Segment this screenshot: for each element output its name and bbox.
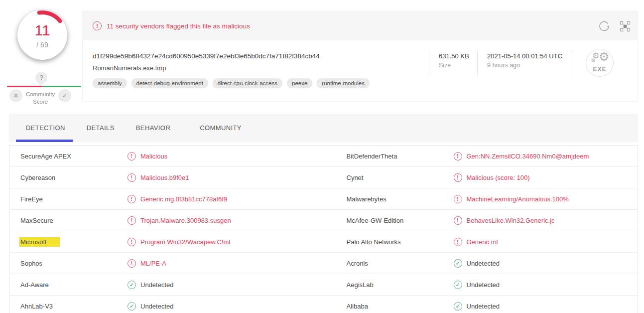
vendor-name: Alibaba bbox=[347, 303, 454, 310]
file-name: RomanNumerals.exe.tmp bbox=[93, 64, 166, 72]
alert-icon: ! bbox=[454, 152, 462, 160]
vendor-name: Malwarebytes bbox=[347, 195, 454, 203]
alert-icon: ! bbox=[128, 152, 136, 160]
tag-assembly[interactable]: assembly bbox=[93, 78, 127, 88]
detection-cell: AhnLab-V3✓Undetected bbox=[9, 296, 324, 313]
divider bbox=[572, 50, 572, 75]
detection-result: !BehavesLike.Win32.Generic.jc bbox=[454, 216, 555, 225]
upvote-button[interactable]: ✓ bbox=[58, 89, 71, 102]
table-row: FireEye!Generic.mg.0f3b81cc778af6f9Malwa… bbox=[9, 188, 638, 210]
table-row: Sophos!ML/PE-AAcronis✓Undetected bbox=[9, 253, 638, 274]
detection-cell: Cynet!Malicious (score: 100) bbox=[324, 167, 638, 188]
gear-icon: ⚙ bbox=[599, 50, 610, 64]
file-sha256: d1f299de59b684327e24cd600950e5339f7e2ebf… bbox=[93, 52, 320, 60]
vendor-name: FireEye bbox=[20, 195, 128, 203]
detection-cell: MaxSecure!Trojan.Malware.300983.susgen bbox=[9, 210, 324, 231]
result-text: Undetected bbox=[467, 281, 500, 289]
divider bbox=[477, 50, 478, 75]
detection-result: ✓Undetected bbox=[454, 259, 500, 268]
tag-runtime-modules[interactable]: runtime-modules bbox=[317, 78, 370, 88]
analysis-date: 2021-05-14 00:01:54 UTC bbox=[487, 52, 562, 60]
vendor-name: Sophos bbox=[20, 260, 128, 267]
vendor-name: Microsoft bbox=[20, 238, 128, 246]
tag-peexe[interactable]: peexe bbox=[287, 78, 312, 88]
table-row: Microsoft!Program:Win32/Wacapew.C!mlPalo… bbox=[9, 231, 638, 253]
detection-result: !MachineLearning/Anomalous.100% bbox=[454, 195, 569, 203]
vendor-name: AhnLab-V3 bbox=[20, 303, 128, 310]
detection-result: !Generic.mg.0f3b81cc778af6f9 bbox=[128, 195, 227, 203]
detection-cell: Palo Alto Networks!Generic.ml bbox=[324, 231, 638, 252]
gear-icon: ⚙ bbox=[591, 57, 596, 64]
file-type-exe-badge: ⚙ ⚙ ⚙ EXE bbox=[586, 49, 614, 77]
downvote-button[interactable]: ✕ bbox=[9, 89, 22, 102]
result-text: Trojan.Malware.300983.susgen bbox=[140, 217, 231, 224]
banner-message: 11 security vendors flagged this file as… bbox=[107, 22, 250, 30]
alert-icon: ! bbox=[454, 238, 462, 246]
detection-score-gauge: 11 / 69 bbox=[17, 10, 67, 60]
result-text: Malicious bbox=[140, 153, 167, 160]
alert-icon: ! bbox=[454, 216, 462, 225]
alert-icon: ! bbox=[128, 238, 136, 246]
result-text: Undetected bbox=[467, 303, 500, 310]
virus-scan-report-page: 11 / 69 ? ✕ ✓ Community Score ! 11 secur… bbox=[0, 0, 644, 313]
detection-result: !Generic.ml bbox=[454, 238, 498, 246]
tab-behavior[interactable]: BEHAVIOR bbox=[136, 124, 170, 132]
similar-graph-icon[interactable] bbox=[619, 20, 631, 32]
result-text: ML/PE-A bbox=[140, 260, 166, 267]
tab-community[interactable]: COMMUNITY bbox=[200, 124, 242, 132]
analysis-date-relative: 9 hours ago bbox=[487, 62, 562, 69]
detection-result: !Trojan.Malware.300983.susgen bbox=[128, 216, 231, 225]
result-text: Program:Win32/Wacapew.C!ml bbox=[140, 238, 230, 246]
file-size-value: 631.50 KB bbox=[439, 52, 469, 60]
detection-cell: Ad-Aware✓Undetected bbox=[9, 274, 324, 295]
detection-cell: Alibaba✓Undetected bbox=[324, 296, 638, 313]
detection-result: ✓Undetected bbox=[128, 302, 174, 311]
result-text: Malicious (score: 100) bbox=[467, 174, 530, 181]
result-text: Undetected bbox=[140, 281, 174, 289]
community-score-label: Community Score bbox=[22, 91, 59, 106]
detection-result: !Malicious (score: 100) bbox=[454, 173, 530, 182]
table-row: AhnLab-V3✓UndetectedAlibaba✓Undetected bbox=[9, 296, 638, 313]
vendor-name: MaxSecure bbox=[20, 217, 128, 224]
detection-cell: BitDefenderTheta!Gen:NN.ZemsilCO.34690.N… bbox=[324, 146, 638, 166]
alert-icon: ! bbox=[93, 21, 102, 30]
result-text: BehavesLike.Win32.Generic.jc bbox=[467, 217, 555, 224]
result-text: Generic.mg.0f3b81cc778af6f9 bbox=[140, 195, 227, 203]
tab-details[interactable]: DETAILS bbox=[87, 124, 115, 132]
tag-direct-cpu-clock-access[interactable]: direct-cpu-clock-access bbox=[213, 78, 282, 88]
vendor-name: Cybereason bbox=[20, 174, 128, 181]
result-text: Generic.ml bbox=[467, 238, 498, 246]
malicious-banner: ! 11 security vendors flagged this file … bbox=[83, 11, 638, 40]
detection-table: SecureAge APEX!MaliciousBitDefenderTheta… bbox=[9, 145, 638, 313]
detection-table-body: SecureAge APEX!MaliciousBitDefenderTheta… bbox=[9, 146, 638, 313]
result-text: Undetected bbox=[140, 303, 174, 310]
check-icon: ✓ bbox=[128, 302, 136, 311]
detection-result: !Malicious.b9f0e1 bbox=[128, 173, 189, 182]
vendor-name: Ad-Aware bbox=[20, 281, 128, 289]
detection-cell: McAfee-GW-Edition!BehavesLike.Win32.Gene… bbox=[324, 210, 638, 231]
detection-cell: Microsoft!Program:Win32/Wacapew.C!ml bbox=[9, 231, 324, 252]
result-text: Gen:NN.ZemsilCO.34690.Nm0@amjdeem bbox=[467, 153, 589, 160]
tab-detection[interactable]: DETECTION bbox=[26, 124, 65, 132]
vendor-name: Cynet bbox=[347, 174, 454, 181]
reanalyze-icon[interactable] bbox=[598, 20, 610, 32]
detection-cell: Cybereason!Malicious.b9f0e1 bbox=[9, 167, 324, 188]
table-row: SecureAge APEX!MaliciousBitDefenderTheta… bbox=[9, 146, 638, 167]
tag-detect-debug-environment[interactable]: detect-debug-environment bbox=[131, 78, 208, 88]
community-score-help-pin[interactable]: ? bbox=[35, 72, 47, 84]
vendor-name: McAfee-GW-Edition bbox=[347, 217, 454, 224]
table-row: Ad-Aware✓UndetectedAegisLab✓Undetected bbox=[9, 274, 638, 296]
detection-cell: Acronis✓Undetected bbox=[324, 253, 638, 274]
alert-icon: ! bbox=[454, 195, 462, 203]
score-positives: 11 bbox=[17, 22, 67, 39]
file-size-block: 631.50 KB Size bbox=[439, 52, 469, 69]
file-size-label: Size bbox=[439, 62, 469, 69]
detection-result: !Program:Win32/Wacapew.C!ml bbox=[128, 238, 230, 246]
vendor-name: AegisLab bbox=[347, 281, 454, 289]
active-tab-indicator bbox=[16, 140, 73, 142]
detection-result: !Malicious bbox=[128, 152, 167, 160]
detection-result: ✓Undetected bbox=[128, 281, 174, 289]
analysis-date-block: 2021-05-14 00:01:54 UTC 9 hours ago bbox=[487, 52, 562, 69]
table-row: Cybereason!Malicious.b9f0e1Cynet!Malicio… bbox=[9, 167, 638, 188]
alert-icon: ! bbox=[128, 195, 136, 203]
